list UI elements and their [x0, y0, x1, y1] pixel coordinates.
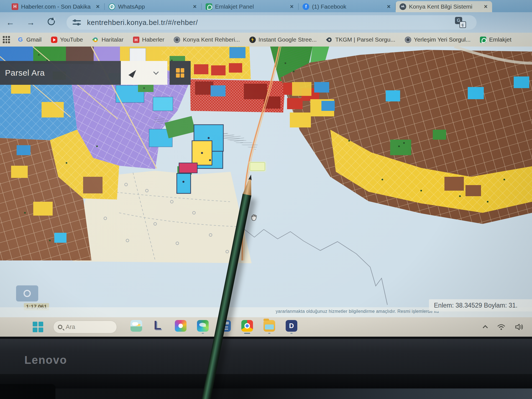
address-bar[interactable]: kentrehberi.konya.bel.tr/#/rehber/ Gç: [66, 15, 477, 30]
search-icon: [58, 325, 62, 329]
konya-emblem-icon: [174, 37, 180, 43]
chevron-down-icon: [153, 69, 159, 75]
tab-facebook[interactable]: f (1) Facebook ×: [299, 1, 395, 12]
site-settings-icon[interactable]: [73, 19, 81, 25]
gmail-icon: G: [17, 37, 24, 43]
facebook-favicon: f: [303, 3, 309, 10]
bookmark-gmail[interactable]: GGmail: [17, 36, 42, 43]
forward-icon[interactable]: →: [21, 18, 41, 27]
laptop-bezel: Lenovo: [0, 337, 532, 374]
zoning-map[interactable]: [0, 47, 532, 317]
speaker-icon[interactable]: [515, 323, 524, 331]
media-d-icon[interactable]: D: [285, 320, 298, 334]
laptop-screen: H Haberler.com - Son Dakika H × ✆ WhatsA…: [0, 0, 532, 337]
reload-icon[interactable]: [41, 18, 62, 27]
globe-icon: [405, 37, 411, 43]
lightning-icon: [249, 37, 256, 43]
windows-start-icon[interactable]: [33, 322, 43, 332]
tab-konya-kent-bilgi-sistemi[interactable]: Konya Kent Bilgi Sistemi ×: [396, 1, 492, 12]
bookmark-konya-kent-rehberi[interactable]: Konya Kent Rehberi...: [174, 36, 240, 43]
emlakjet-favicon: [206, 3, 212, 10]
locate-button[interactable]: [16, 285, 38, 301]
bookmark-tkgm-parsel[interactable]: TKGM | Parsel Sorgu...: [326, 36, 395, 43]
tab-close-icon[interactable]: ×: [191, 3, 198, 10]
konya-favicon: [400, 3, 406, 10]
tray-chevron-up-icon[interactable]: [483, 325, 488, 330]
tool-selector-dropdown[interactable]: [121, 61, 167, 85]
haberler-favicon: H: [12, 3, 18, 10]
bookmark-instant-street[interactable]: Instant Google Stree...: [249, 36, 317, 43]
map-viewport[interactable]: Parsel Ara 1:17,061 yararlanmakta olduğu…: [0, 47, 532, 317]
foreground-object: [0, 384, 55, 399]
emlakjet-icon: [480, 37, 486, 43]
bookmark-emlakjet[interactable]: Emlakjet: [480, 36, 511, 43]
wifi-icon[interactable]: [497, 324, 505, 330]
hand-cursor-icon: [249, 213, 258, 223]
translate-icon[interactable]: Gç: [455, 17, 466, 28]
url-text[interactable]: kentrehberi.konya.bel.tr/#/rehber/: [87, 18, 198, 27]
tab-title: (1) Facebook: [312, 3, 382, 10]
tab-close-icon[interactable]: ×: [94, 3, 101, 10]
attribution-text: yararlanmakta olduğunuz hizmetler bilgil…: [276, 309, 439, 314]
browser-toolbar: ← → kentrehberi.konya.bel.tr/#/rehber/ G…: [0, 12, 532, 33]
maps-pin-icon: [92, 37, 99, 43]
legend-grid-icon: [176, 68, 184, 78]
windows-taskbar: Ara D: [0, 317, 532, 337]
coordinates-readout: Enlem: 38.34529 Boylam: 31.: [429, 299, 532, 311]
haberler-icon: H: [133, 37, 139, 43]
dark-pin-icon: [326, 37, 332, 43]
photos-icon[interactable]: [175, 320, 187, 334]
file-explorer-icon[interactable]: [263, 320, 275, 334]
chrome-icon[interactable]: [241, 320, 253, 334]
edge-icon[interactable]: [197, 320, 209, 334]
bookmark-youtube[interactable]: YouTube: [51, 36, 83, 43]
bookmark-haritalar[interactable]: Haritalar: [92, 36, 123, 43]
parsel-search-panel[interactable]: Parsel Ara: [0, 61, 121, 85]
bookmarks-bar: GGmail YouTube Haritalar HHaberler Konya…: [0, 33, 532, 47]
apps-grid-icon[interactable]: [3, 36, 10, 43]
legend-button[interactable]: [170, 61, 191, 85]
desk-surface: [0, 388, 532, 399]
laptop-front-edge: [0, 374, 532, 388]
locate-circle-icon: [24, 290, 31, 297]
bookmark-haberler[interactable]: HHaberler: [133, 36, 165, 43]
youtube-icon: [51, 37, 57, 43]
tab-title: Emlakjet Panel: [215, 3, 285, 10]
widgets-weather-icon[interactable]: [130, 320, 142, 334]
tab-title: Haberler.com - Son Dakika H: [21, 3, 91, 10]
taskbar-apps: D: [130, 320, 298, 334]
navigation-arrow-icon: [128, 68, 137, 78]
search-placeholder: Ara: [66, 323, 75, 331]
tab-close-icon[interactable]: ×: [385, 3, 392, 10]
system-tray: [484, 323, 524, 331]
map-zones: [0, 47, 532, 317]
whatsapp-favicon: ✆: [109, 3, 115, 10]
tab-whatsapp[interactable]: ✆ WhatsApp ×: [105, 1, 201, 12]
tab-title: Konya Kent Bilgi Sistemi: [409, 3, 479, 10]
tab-title: WhatsApp: [118, 3, 188, 10]
lenovo-logo: Lenovo: [24, 354, 67, 366]
office-l-icon[interactable]: [152, 320, 165, 334]
taskbar-search[interactable]: Ara: [53, 321, 117, 333]
back-icon[interactable]: ←: [0, 18, 21, 27]
bookmark-yerlesim-yeri[interactable]: Yerleşim Yeri Sorgul...: [405, 36, 471, 43]
tab-close-icon[interactable]: ×: [482, 3, 489, 10]
tab-close-icon[interactable]: ×: [288, 3, 295, 10]
parsel-panel-title: Parsel Ara: [5, 68, 45, 78]
browser-tab-strip: H Haberler.com - Son Dakika H × ✆ WhatsA…: [0, 0, 532, 12]
tab-haberler[interactable]: H Haberler.com - Son Dakika H ×: [8, 1, 104, 12]
tab-emlakjet-panel[interactable]: Emlakjet Panel ×: [202, 1, 298, 12]
